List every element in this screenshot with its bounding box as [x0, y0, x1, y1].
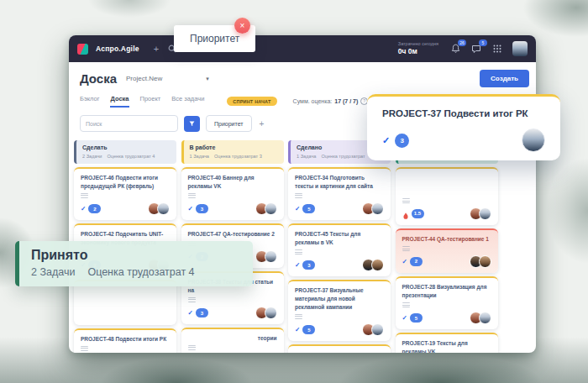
create-button[interactable]: Создать — [480, 70, 529, 87]
task-card[interactable]: PROJECT-46 Подвести итоги предыдущей РК … — [74, 167, 176, 220]
check-icon: ✓ — [295, 262, 300, 269]
avatar — [522, 129, 545, 152]
time-caption: Затрачено сегодня — [398, 41, 438, 47]
check-icon: ✓ — [295, 206, 300, 212]
popup-task-title: PROJECT-37 Подвести итог РК — [382, 108, 545, 118]
close-icon[interactable]: × — [234, 18, 250, 34]
task-title: PROJECT-44 QA-тестирование 1 — [402, 235, 491, 244]
sprint-summary: Сумм. оценка: 17 (7 / 7) ? — [293, 97, 369, 105]
task-card[interactable]: PROJECT-37 Визуальные материалы для ново… — [288, 280, 391, 341]
avatar — [371, 259, 384, 271]
task-card[interactable]: теории ✓ 3 — [181, 328, 284, 353]
column-effort: Оценка трудозатрат — [321, 153, 365, 160]
accepted-count: 2 Задачи — [31, 266, 75, 278]
messages-badge: 5 — [479, 39, 487, 46]
check-icon: ✓ — [81, 206, 86, 212]
task-card[interactable]: PROJECT-23 Итоги РК ✓ 5 — [288, 344, 391, 353]
estimate-badge: 1.5 — [412, 209, 424, 218]
topbar-right: Затрачено сегодня 0ч 0м 26 5 — [398, 41, 528, 56]
task-title: PROJECT-45 Тексты для рекламы в VK — [295, 230, 384, 247]
task-popup[interactable]: PROJECT-37 Подвести итог РК ✓ 3 — [367, 94, 560, 160]
check-icon: ✓ — [402, 259, 407, 265]
task-card[interactable]: PROJECT-40 Баннер для рекламы VK ✓ 3 — [181, 167, 284, 220]
task-card[interactable]: PROJECT-48 Подвести итоги РК ✓ 2 — [74, 328, 176, 353]
description-icon — [81, 346, 88, 351]
estimate-badge: 3 — [302, 260, 315, 270]
accepted-title: Принято — [31, 248, 241, 263]
avatar — [157, 202, 170, 215]
tab-board[interactable]: Доска — [110, 95, 129, 108]
fire-icon — [402, 209, 409, 218]
column-header[interactable]: Сделать 2 ЗадачиОценка трудозатрат 4 — [74, 140, 176, 164]
tab-backlog[interactable]: Бэклог — [80, 95, 99, 108]
user-avatar[interactable] — [512, 41, 528, 56]
task-card[interactable]: PROJECT-34 Подготовить тексты и картинки… — [288, 167, 391, 220]
description-icon — [188, 345, 196, 350]
board-toolbar: Доска Project.New ▾ Создать — [69, 62, 536, 87]
description-icon — [81, 193, 88, 198]
column-header[interactable]: В работе 1 ЗадачаОценка трудозатрат 3 — [181, 140, 284, 164]
tab-project[interactable]: Проект — [140, 95, 161, 108]
time-tracker[interactable]: Затрачено сегодня 0ч 0м — [398, 41, 438, 56]
task-title: PROJECT-46 Подвести итоги предыдущей РК … — [81, 174, 170, 191]
chevron-down-icon: ▾ — [206, 76, 209, 82]
summary-label: Сумм. оценка: — [293, 98, 333, 104]
task-card[interactable]: 1.5 — [396, 167, 498, 225]
avatar — [479, 207, 491, 220]
tab-all-tasks[interactable]: Все задачи — [171, 95, 204, 108]
task-card[interactable]: PROJECT-28 Визуализация для презентации … — [396, 276, 498, 329]
app-window: Аспро.Agile + Сп Затрачено сегодня 0ч 0м… — [69, 35, 536, 353]
task-title: PROJECT-23 Итоги РК — [295, 351, 384, 353]
task-card-overdue[interactable]: PROJECT-44 QA-тестирование 1 ✓ 2 — [396, 228, 498, 273]
description-icon — [402, 198, 410, 203]
estimate-badge: 3 — [196, 204, 208, 213]
description-icon — [295, 249, 302, 254]
project-select[interactable]: Project.New ▾ — [126, 75, 209, 82]
time-value: 0ч 0м — [398, 47, 438, 56]
description-icon — [188, 297, 196, 302]
check-icon: ✓ — [188, 206, 193, 212]
sprint-status-badge: СПРИНТ НАЧАТ — [227, 97, 276, 106]
task-card-hidden[interactable] — [74, 280, 176, 325]
task-card[interactable]: PROJECT-19 Тексты для рекламы VK ✓ 5 — [396, 333, 498, 353]
column-count: 1 Задача — [297, 153, 316, 160]
column-title: Сделать — [82, 144, 171, 153]
task-title: PROJECT-34 Подготовить тексты и картинки… — [295, 174, 384, 191]
app-logo-icon — [77, 44, 88, 55]
column-effort: Оценка трудозатрат 3 — [214, 153, 262, 160]
task-title: теории — [188, 334, 277, 343]
column-count: 2 Задачи — [82, 153, 102, 160]
task-card[interactable]: PROJECT-45 Тексты для рекламы в VK ✓ 3 — [288, 223, 391, 276]
column-accepted: Принято 2 ЗадачиОценка трудозатрат 4 1.5… — [396, 140, 498, 353]
quick-add-icon[interactable]: + — [154, 45, 159, 54]
task-title: PROJECT-40 Баннер для рекламы VK — [188, 174, 277, 191]
summary-value: 17 (7 / 7) — [334, 98, 358, 104]
chat-icon[interactable]: 5 — [470, 43, 482, 55]
avatar — [265, 250, 277, 263]
topbar: Аспро.Agile + Сп Затрачено сегодня 0ч 0м… — [69, 35, 536, 62]
estimate-badge: 3 — [395, 134, 409, 148]
estimate-badge: 2 — [88, 204, 101, 213]
estimate-badge: 5 — [302, 204, 315, 213]
project-name: Project.New — [126, 75, 162, 82]
bell-icon[interactable]: 26 — [449, 43, 461, 55]
avatar — [479, 312, 491, 324]
column-count: 1 Задача — [190, 153, 209, 160]
estimate-badge: 3 — [196, 308, 208, 317]
priority-filter-chip[interactable]: Приоритет — [206, 115, 252, 132]
apps-grid-icon[interactable] — [491, 43, 503, 55]
search-input[interactable] — [80, 115, 178, 132]
check-icon: ✓ — [295, 327, 300, 333]
description-icon — [402, 302, 410, 307]
app-name: Аспро.Agile — [96, 45, 139, 53]
task-title: PROJECT-48 Подвести итоги РК — [81, 335, 170, 344]
filter-button[interactable] — [184, 116, 200, 132]
task-title: PROJECT-37 Визуальные материалы для ново… — [295, 286, 384, 312]
description-icon — [188, 193, 196, 198]
description-icon — [295, 314, 302, 319]
add-filter-button[interactable]: + — [258, 119, 266, 129]
description-icon — [295, 193, 302, 198]
check-icon: ✓ — [402, 315, 407, 322]
estimate-badge: 5 — [410, 313, 423, 323]
page-title: Доска — [80, 71, 117, 86]
